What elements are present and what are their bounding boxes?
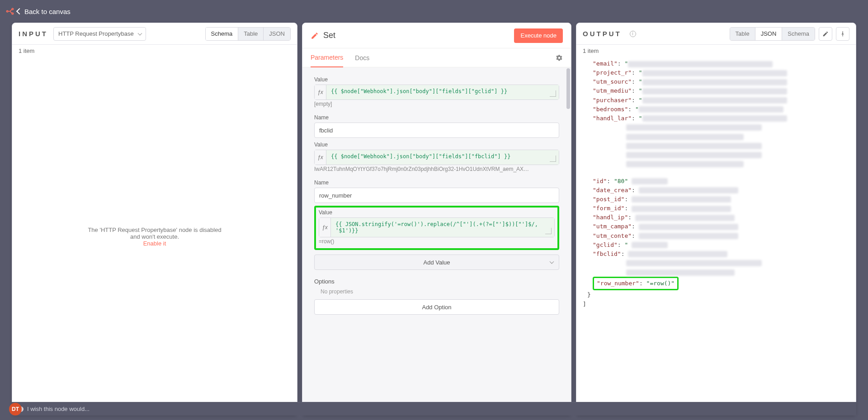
svg-point-1 xyxy=(12,8,13,9)
output-panel: OUTPUT i Table JSON Schema 1 item "email… xyxy=(576,23,856,415)
expression-input-gclid[interactable]: ƒx {{ $node["Webhook"].json["body"]["fie… xyxy=(314,85,559,100)
output-json: "email": ""project_r": ""utm_sourc": ""u… xyxy=(583,57,849,309)
output-tab-table[interactable]: Table xyxy=(730,28,755,40)
field-value-label-0: Value xyxy=(314,76,559,83)
svg-point-2 xyxy=(12,13,13,14)
fx-icon: ƒx xyxy=(315,85,326,99)
options-section-label: Options xyxy=(314,278,559,285)
input-panel: INPUT HTTP Request Propertybase Schema T… xyxy=(12,23,297,415)
fx-icon: ƒx xyxy=(319,218,331,237)
no-properties-text: No properties xyxy=(314,288,559,295)
fx-icon: ƒx xyxy=(315,150,326,165)
expression-hint-2: =row() xyxy=(319,238,555,245)
input-source-select-value: HTTP Request Propertybase xyxy=(58,30,134,37)
logo-icon xyxy=(5,6,15,17)
center-scrollbar[interactable] xyxy=(566,68,570,406)
input-tab-table[interactable]: Table xyxy=(238,28,263,40)
field-value-label-1: Value xyxy=(314,142,559,148)
gear-icon[interactable] xyxy=(556,54,563,61)
feedback-bar[interactable]: I wish this node would... xyxy=(576,402,856,415)
edit-icon xyxy=(311,32,319,40)
expression-hint-0: [empty] xyxy=(314,101,559,107)
field-value-label-2: Value xyxy=(319,209,555,216)
expression-text-fbclid: {{ $node["Webhook"].json["body"]["fields… xyxy=(326,150,559,165)
expression-text-rownumber: {{ JSON.stringify('=row()').replace(/^["… xyxy=(331,218,554,237)
output-tab-schema[interactable]: Schema xyxy=(782,28,815,40)
arrow-left-icon xyxy=(16,8,23,14)
name-input-fbclid[interactable] xyxy=(314,123,559,138)
input-source-select[interactable]: HTTP Request Propertybase xyxy=(53,27,146,41)
expression-input-fbclid[interactable]: ƒx {{ $node["Webhook"].json["body"]["fie… xyxy=(314,150,559,165)
chevron-down-icon xyxy=(550,260,554,264)
expression-text-gclid: {{ $node["Webhook"].json["body"]["fields… xyxy=(326,85,559,99)
input-tab-schema[interactable]: Schema xyxy=(206,28,238,40)
execute-node-button[interactable]: Execute node xyxy=(514,28,563,43)
input-disabled-message: The 'HTTP Request Propertybase' node is … xyxy=(84,226,226,246)
pin-output-button[interactable] xyxy=(836,27,849,41)
svg-point-0 xyxy=(7,10,8,12)
field-name-label-1: Name xyxy=(314,114,559,121)
back-to-canvas-link[interactable]: Back to canvas xyxy=(17,8,71,15)
scrollbar-thumb[interactable] xyxy=(566,68,570,109)
name-input-rownumber[interactable] xyxy=(314,188,559,203)
node-title: Set xyxy=(323,31,335,40)
info-icon[interactable]: i xyxy=(630,31,636,37)
expand-icon[interactable] xyxy=(550,156,556,162)
back-to-canvas-label: Back to canvas xyxy=(24,8,71,15)
field-name-label-2: Name xyxy=(314,179,559,186)
highlighted-value-block: Value ƒx {{ JSON.stringify('=row()').rep… xyxy=(314,206,559,250)
expand-icon[interactable] xyxy=(545,228,552,234)
output-tab-json[interactable]: JSON xyxy=(755,28,782,40)
input-title: INPUT xyxy=(19,30,48,38)
avatar[interactable]: DT xyxy=(9,403,22,415)
tab-docs[interactable]: Docs xyxy=(355,48,369,67)
input-tab-json[interactable]: JSON xyxy=(263,28,290,40)
output-view-tabs: Table JSON Schema xyxy=(730,27,815,41)
add-value-button[interactable]: Add Value xyxy=(314,255,559,270)
tab-parameters[interactable]: Parameters xyxy=(311,48,343,67)
output-item-count: 1 item xyxy=(576,45,856,57)
output-title: OUTPUT xyxy=(583,30,622,38)
node-settings-panel: Set Execute node Parameters Docs Value ƒ… xyxy=(302,23,571,415)
input-view-tabs: Schema Table JSON xyxy=(205,27,291,41)
expression-input-rownumber[interactable]: ƒx {{ JSON.stringify('=row()').replace(/… xyxy=(319,217,555,237)
expand-icon[interactable] xyxy=(550,90,556,97)
enable-node-link[interactable]: Enable it xyxy=(143,240,166,246)
expression-hint-1: IwAR12TuhnMqOYtYGf37o7hjRmj0n0rZn03pdjhh… xyxy=(314,166,559,172)
input-item-count: 1 item xyxy=(12,45,297,57)
add-option-button[interactable]: Add Option xyxy=(314,299,559,315)
edit-output-button[interactable] xyxy=(819,27,832,41)
